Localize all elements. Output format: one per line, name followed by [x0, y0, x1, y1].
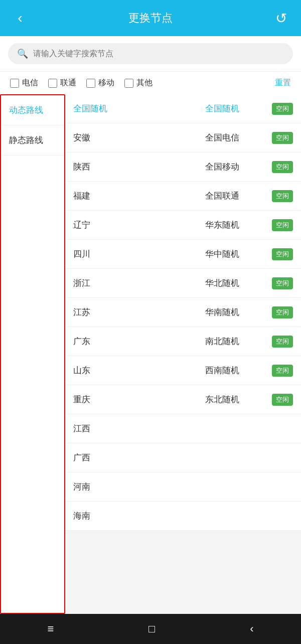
- search-input[interactable]: [33, 49, 284, 58]
- table-row[interactable]: 海南: [65, 502, 301, 531]
- sidebar-item-static[interactable]: 静态路线: [1, 125, 64, 155]
- node-badge: 空闲: [272, 103, 293, 115]
- node-sub: 东北随机: [173, 394, 272, 405]
- sidebar-item-dynamic[interactable]: 动态路线: [1, 95, 64, 125]
- node-sub: 西南随机: [173, 365, 272, 376]
- node-name: 江西: [73, 423, 183, 434]
- bottom-nav: ≡ □ ‹: [0, 614, 301, 644]
- node-badge: 空闲: [272, 190, 293, 202]
- node-sub: 华南随机: [173, 306, 272, 318]
- node-badge: 空闲: [272, 306, 293, 318]
- node-name: 海南: [73, 510, 183, 522]
- nav-home-button[interactable]: □: [138, 618, 165, 639]
- table-row[interactable]: 江苏 华南随机 空闲: [65, 298, 301, 327]
- filter-yidong-checkbox[interactable]: [86, 79, 95, 88]
- table-row[interactable]: 浙江 华北随机 空闲: [65, 269, 301, 298]
- node-badge: 空闲: [272, 277, 293, 289]
- search-input-wrapper: 🔍: [8, 43, 293, 64]
- node-badge: 空闲: [272, 365, 293, 377]
- table-row[interactable]: 山东 西南随机 空闲: [65, 356, 301, 385]
- table-row[interactable]: 全国随机 全国随机 空闲: [65, 94, 301, 123]
- filter-other-label: 其他: [136, 78, 153, 88]
- node-name: 广东: [73, 336, 173, 347]
- filter-liantong-label: 联通: [60, 78, 76, 88]
- node-sub: 华东随机: [173, 219, 272, 231]
- node-sub: 全国电信: [173, 132, 272, 143]
- content-area: 动态路线 静态路线 全国随机 全国随机 空闲 安徽 全国电信 空闲 陕西 全国移…: [0, 94, 301, 614]
- filter-yidong[interactable]: 移动: [86, 78, 114, 88]
- nav-back-button[interactable]: ‹: [240, 618, 263, 639]
- node-name: 辽宁: [73, 219, 173, 231]
- back-button[interactable]: ‹: [10, 10, 30, 26]
- table-row[interactable]: 江西: [65, 414, 301, 443]
- table-row[interactable]: 广东 南北随机 空闲: [65, 327, 301, 356]
- table-row[interactable]: 安徽 全国电信 空闲: [65, 123, 301, 152]
- table-row[interactable]: 辽宁 华东随机 空闲: [65, 211, 301, 240]
- table-row[interactable]: 河南: [65, 472, 301, 502]
- node-sub: 华北随机: [173, 277, 272, 289]
- node-badge: 空闲: [272, 132, 293, 144]
- left-sidebar: 动态路线 静态路线: [0, 94, 65, 614]
- table-row[interactable]: 广西: [65, 443, 301, 472]
- node-badge: 空闲: [272, 219, 293, 231]
- node-sub: 南北随机: [173, 336, 272, 347]
- search-bar: 🔍: [0, 36, 301, 71]
- refresh-button[interactable]: ↺: [271, 10, 291, 27]
- filter-yidong-label: 移动: [98, 78, 114, 88]
- node-badge: 空闲: [272, 336, 293, 348]
- node-name: 陕西: [73, 161, 173, 173]
- filter-liantong[interactable]: 联通: [48, 78, 76, 88]
- table-row[interactable]: 四川 华中随机 空闲: [65, 240, 301, 269]
- table-row[interactable]: 福建 全国联通 空闲: [65, 182, 301, 211]
- filter-other[interactable]: 其他: [124, 78, 153, 88]
- node-name: 江苏: [73, 306, 173, 318]
- node-name: 福建: [73, 190, 173, 202]
- node-name: 河南: [73, 481, 183, 493]
- filter-dianxin[interactable]: 电信: [10, 78, 38, 88]
- table-row[interactable]: 重庆 东北随机 空闲: [65, 385, 301, 414]
- node-name: 全国随机: [73, 103, 173, 114]
- node-name: 山东: [73, 365, 173, 376]
- header: ‹ 更换节点 ↺: [0, 0, 301, 36]
- node-name: 浙江: [73, 277, 173, 289]
- node-badge: 空闲: [272, 394, 293, 406]
- node-name: 重庆: [73, 394, 173, 405]
- filter-other-checkbox[interactable]: [124, 79, 133, 88]
- node-sub: 全国随机: [173, 103, 272, 114]
- node-name: 安徽: [73, 132, 173, 143]
- node-name: 四川: [73, 248, 173, 260]
- node-name: 广西: [73, 452, 183, 463]
- filter-dianxin-checkbox[interactable]: [10, 79, 19, 88]
- node-list: 全国随机 全国随机 空闲 安徽 全国电信 空闲 陕西 全国移动 空闲 福建 全国…: [65, 94, 301, 614]
- reset-button[interactable]: 重置: [275, 78, 291, 88]
- search-icon: 🔍: [17, 48, 28, 59]
- filter-liantong-checkbox[interactable]: [48, 79, 57, 88]
- nav-menu-button[interactable]: ≡: [37, 618, 64, 639]
- header-title: 更换节点: [128, 11, 173, 26]
- node-badge: 空闲: [272, 248, 293, 260]
- node-sub: 华中随机: [173, 248, 272, 260]
- node-badge: 空闲: [272, 161, 293, 173]
- node-sub: 全国移动: [173, 161, 272, 173]
- node-sub: 全国联通: [173, 190, 272, 202]
- filter-dianxin-label: 电信: [22, 78, 38, 88]
- filter-row: 电信 联通 移动 其他 重置: [0, 71, 301, 94]
- table-row[interactable]: 陕西 全国移动 空闲: [65, 152, 301, 182]
